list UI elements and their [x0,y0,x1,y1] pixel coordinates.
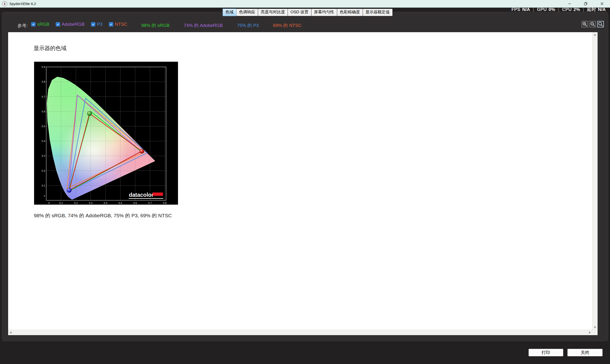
scroll-left-icon[interactable] [10,331,12,334]
reference-checkbox-group: sRGBAdobeRGBP3NTSC [31,22,127,27]
axis-tick-label: 0.8 [42,80,45,83]
perf-value: 0% [548,7,555,12]
tab-monitor-ratings[interactable]: 显示器额定值 [363,9,393,16]
datacolor-logo-redbar [153,193,163,196]
axis-tick-label: 0.6 [42,110,45,113]
reference-option-adobergb: AdobeRGB [56,22,85,27]
axis-tick-label: 0.6 [133,202,137,204]
perf-separator: | [583,7,584,12]
window-title: SpyderXElite 6.2 [9,2,36,6]
zoom-out-icon [590,21,596,27]
reference-checkbox-srgb[interactable] [31,22,36,26]
checkmark-icon [92,23,95,26]
coverage-adobergb: 74% 的 AdobeRGB [184,22,223,29]
axis-tick-label: 0.4 [104,202,107,204]
coverage-p3: 75% 的 P3 [237,22,259,29]
app-window: S SpyderXElite 6.2 FPSN/A|GPU0%|CPU2%|延 [0,0,610,364]
reference-label: 参考: [17,23,28,29]
checkmark-icon [32,23,35,26]
perf-label: 延时 [587,6,596,13]
perf-separator: | [558,7,559,12]
reference-checkbox-p3[interactable] [91,22,95,26]
reference-name-srgb: sRGB [37,22,49,27]
axis-tick-label: 0.2 [42,169,45,172]
axis-tick-label: 0.3 [89,202,92,204]
reference-option-srgb: sRGB [31,22,49,27]
axis-tick-label: 0.5 [118,202,122,204]
axis-tick-label: 0.4 [42,140,46,143]
perf-value: N/A [522,7,530,12]
axis-tick-label: X [48,202,50,204]
tab-gamut[interactable]: 色域 [222,9,236,16]
reference-option-p3: P3 [91,22,103,27]
spyder-app-icon: S [2,1,7,6]
report-content-area: 显示器的色域 [8,32,598,335]
blue-primary-marker [67,188,71,193]
page-title: 显示器的色域 [34,45,66,52]
zoom-reset-button[interactable] [597,21,604,27]
zoom-in-button[interactable] [582,21,588,27]
perf-value: 2% [573,7,580,12]
scroll-right-icon[interactable] [589,331,591,334]
performance-overlay: FPSN/A|GPU0%|CPU2%|延时N/A [512,6,606,13]
axis-tick-label: 0.3 [42,154,45,157]
axis-tick-label: 0.2 [74,202,78,204]
zoom-out-button[interactable] [589,21,596,27]
perf-label: GPU [537,7,547,12]
coverage-srgb: 98% 的 sRGB [141,22,169,29]
vertical-scrollbar[interactable] [592,32,597,330]
coverage-ntsc: 69% 的 NTSC [273,22,301,29]
axis-tick-label: 0.5 [42,125,45,128]
checkmark-icon [56,23,59,26]
tab-bar: 色域色调响应亮度与对比度OSD 设置屏幕均匀性色彩精确度显示器额定值 [223,9,393,16]
perf-value: N/A [598,7,606,12]
reference-name-ntsc: NTSC [115,22,127,27]
axis-tick-label: Y [44,195,46,197]
axis-tick-label: 0.1 [42,184,45,187]
tab-osd-settings[interactable]: OSD 设置 [288,9,311,16]
axis-tick-label: 0.9 [42,65,45,68]
reference-name-p3: P3 [97,22,103,27]
reference-option-ntsc: NTSC [109,22,127,27]
red-primary-marker [140,149,144,153]
axis-tick-label: 0.1 [59,202,63,204]
zoom-tools [582,21,604,27]
perf-label: FPS [512,7,520,12]
axis-tick-label: 0.8 [163,202,167,204]
close-icon [600,2,604,5]
scroll-up-icon[interactable] [594,34,596,36]
reference-name-adobergb: AdobeRGB [62,22,85,27]
zoom-in-icon [582,21,588,27]
cie-chromaticity-chart: datacolor 0.10.20.30.40.50.60.70.80.10.2… [34,62,178,205]
minimize-icon [568,2,571,5]
datacolor-logo-text: datacolor [129,192,154,198]
perf-label: CPU [562,7,572,12]
print-button[interactable]: 打印 [529,349,563,356]
tab-tone-response[interactable]: 色调响应 [236,9,258,16]
perf-separator: | [533,7,534,12]
gamut-summary-text: 98% 的 sRGB, 74% 的 AdobeRGB, 75% 的 P3, 69… [34,212,172,219]
tab-brightness-contrast[interactable]: 亮度与对比度 [258,9,288,16]
scrollbar-corner [592,330,597,335]
checkmark-icon [110,23,113,26]
green-primary-marker [87,111,92,116]
zoom-reset-icon [598,21,603,27]
gamut-coverage-readouts: 98% 的 sRGB74% 的 AdobeRGB75% 的 P369% 的 NT… [141,22,301,29]
tab-color-accuracy[interactable]: 色彩精确度 [337,9,363,16]
restore-icon [584,2,587,5]
scroll-down-icon[interactable] [594,327,596,328]
tab-screen-uniformity[interactable]: 屏幕均匀性 [311,9,337,16]
close-dialog-button[interactable]: 关闭 [567,349,603,356]
axis-tick-label: 0.7 [148,202,152,204]
reference-checkbox-ntsc[interactable] [109,22,113,26]
horizontal-scrollbar[interactable] [8,330,592,335]
axis-tick-label: 0.7 [42,95,45,98]
reference-checkbox-adobergb[interactable] [56,22,60,26]
